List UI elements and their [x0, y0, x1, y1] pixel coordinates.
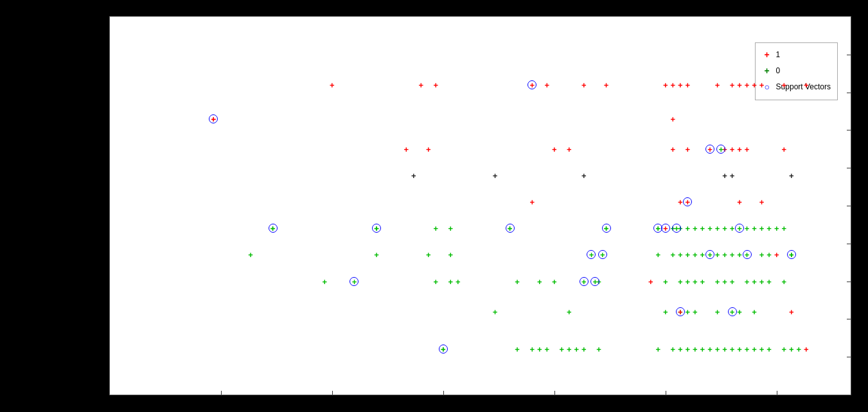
sv-plus: + — [730, 307, 735, 316]
point-green: + — [715, 224, 720, 233]
point-green: + — [655, 345, 660, 354]
point-red: + — [678, 198, 683, 206]
point-green: + — [574, 345, 580, 354]
point-green: + — [722, 345, 727, 354]
point-black: + — [581, 171, 587, 179]
point-red: + — [752, 80, 757, 89]
point-green: + — [693, 224, 698, 233]
sv-plus: + — [674, 224, 679, 233]
point-red: + — [663, 80, 668, 89]
point-green: + — [537, 277, 542, 285]
point-green: + — [323, 277, 328, 285]
point-green: + — [700, 345, 705, 354]
point-green: + — [686, 251, 691, 259]
point-green: + — [448, 224, 454, 233]
point-red: + — [567, 145, 572, 153]
point-green: + — [766, 224, 772, 233]
sv-plus: + — [718, 145, 723, 153]
point-red: + — [745, 80, 750, 89]
point-green: + — [707, 345, 713, 354]
point-red: + — [544, 80, 549, 89]
point-black: + — [789, 171, 794, 179]
point-green: + — [663, 277, 668, 285]
point-green: + — [796, 345, 801, 354]
point-red: + — [670, 145, 675, 153]
legend-label-1: 1 — [776, 48, 781, 62]
point-green: + — [730, 345, 735, 354]
point-red: + — [678, 80, 683, 89]
point-green: + — [722, 224, 727, 233]
legend-label-0: 0 — [776, 64, 781, 78]
point-green: + — [448, 251, 454, 259]
point-red: + — [552, 145, 557, 153]
point-green: + — [686, 345, 691, 354]
point-red: + — [648, 277, 653, 285]
point-green: + — [515, 277, 520, 285]
point-green: + — [560, 345, 565, 354]
point-green: + — [655, 251, 660, 259]
point-red: + — [330, 80, 335, 89]
point-red: + — [730, 80, 735, 89]
point-green: + — [700, 251, 705, 259]
sv-plus: + — [686, 198, 691, 206]
point-green: + — [581, 345, 587, 354]
point-green: + — [752, 307, 757, 316]
point-green: + — [745, 345, 750, 354]
sv-plus: + — [529, 80, 535, 89]
point-green: + — [567, 307, 572, 316]
point-green: + — [737, 345, 742, 354]
point-green: + — [686, 224, 691, 233]
point-green: + — [567, 345, 572, 354]
point-red: + — [804, 80, 809, 89]
point-green: + — [715, 345, 720, 354]
sv-plus: + — [678, 307, 683, 316]
point-green: + — [722, 277, 727, 285]
point-red: + — [715, 80, 720, 89]
point-green: + — [781, 224, 786, 233]
point-green: + — [434, 277, 439, 285]
point-green: + — [707, 224, 713, 233]
point-green: + — [715, 307, 720, 316]
point-green: + — [737, 251, 742, 259]
point-black: + — [493, 171, 498, 179]
sv-plus: + — [707, 251, 713, 259]
point-green: + — [745, 224, 750, 233]
sv-plus: + — [374, 224, 379, 233]
point-red: + — [604, 80, 609, 89]
point-green: + — [529, 345, 535, 354]
point-red: + — [737, 145, 742, 153]
point-green: + — [700, 277, 705, 285]
point-green: + — [715, 251, 720, 259]
point-green: + — [552, 277, 557, 285]
sv-plus: + — [581, 277, 587, 285]
point-black: + — [722, 171, 727, 179]
point-red: + — [670, 114, 675, 123]
point-red: + — [774, 251, 779, 259]
point-green: + — [752, 277, 757, 285]
point-red: + — [759, 198, 765, 206]
point-green: + — [678, 345, 683, 354]
sv-plus: + — [270, 224, 276, 233]
point-red: + — [426, 145, 431, 153]
sv-plus: + — [589, 251, 594, 259]
point-red: + — [730, 145, 735, 153]
legend-symbol-1: + — [762, 47, 772, 63]
point-green: + — [766, 277, 772, 285]
point-green: + — [596, 345, 601, 354]
sv-plus: + — [789, 251, 794, 259]
point-red: + — [781, 145, 786, 153]
point-red: + — [686, 80, 691, 89]
point-green: + — [700, 224, 705, 233]
point-green: + — [766, 251, 772, 259]
point-green: + — [752, 224, 757, 233]
point-green: + — [781, 345, 786, 354]
point-green: + — [730, 251, 735, 259]
point-red: + — [781, 80, 786, 89]
sv-plus: + — [745, 251, 750, 259]
point-red: + — [418, 80, 423, 89]
point-green: + — [670, 251, 675, 259]
sv-plus: + — [600, 251, 605, 259]
point-green: + — [737, 307, 742, 316]
point-green: + — [686, 277, 691, 285]
chart-container: + 1 + 0 ○ Support Vectors + + + + + + + … — [109, 16, 851, 395]
